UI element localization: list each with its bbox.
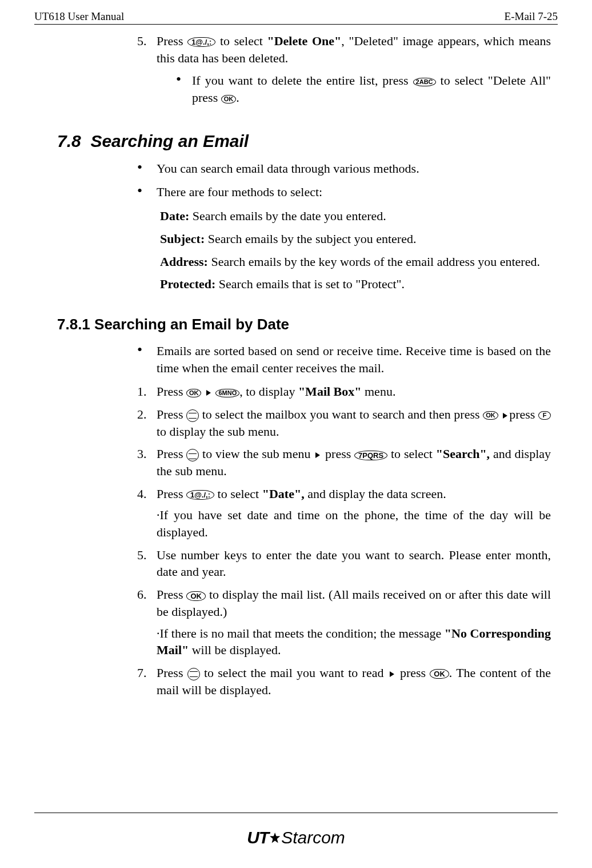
list-item: 5. Press 1@./,: to select "Delete One", … <box>137 33 551 106</box>
bullet-item: • There are four methods to select: <box>137 184 551 201</box>
nav-key-icon <box>186 449 199 461</box>
list-item: 2. Press to select the mailbox you want … <box>137 406 551 440</box>
bullet-item: • Emails are sorted based on send or rec… <box>137 343 551 376</box>
key-ok-icon: OK <box>186 591 206 601</box>
svg-marker-0 <box>270 833 280 843</box>
bullet-icon: • <box>137 184 157 201</box>
list-body: Press 1@./,: to select "Delete One", "De… <box>157 33 551 106</box>
method-date: Date: Search emails by the date you ente… <box>137 208 551 225</box>
section-heading-7-8: 7.8 Searching an Email <box>34 132 558 151</box>
bullet-icon: • <box>176 72 192 106</box>
list-item: 6. Press OK to display the mail list. (A… <box>137 586 551 659</box>
key-7-icon: 7PQRS <box>354 451 387 460</box>
key-ok-icon: OK <box>221 95 237 103</box>
list-item: 1. Press OK 6MNO, to display "Mail Box" … <box>137 383 551 400</box>
key-ok-icon: OK <box>483 411 498 420</box>
key-2-icon: 2ABC <box>413 78 436 86</box>
nav-key-icon <box>187 668 200 680</box>
method-address: Address: Search emails by the key words … <box>137 253 551 270</box>
key-6-icon: 6MNO <box>215 389 239 397</box>
page-header: UT618 User Manual E-Mail 7-25 <box>34 10 558 25</box>
nav-key-icon <box>186 409 199 422</box>
bullet-item: • You can search email data through vari… <box>137 160 551 177</box>
list-item: 7. Press to select the mail you want to … <box>137 664 551 698</box>
arrow-right-icon <box>503 413 507 419</box>
star-icon <box>269 832 281 845</box>
step-note: ·If there is no mail that meets the cond… <box>157 625 551 659</box>
key-1-icon: 1@./,: <box>186 490 214 500</box>
list-item: 3. Press to view the sub menu press 7PQR… <box>137 445 551 479</box>
list-num: 5. <box>137 33 157 106</box>
method-protected: Protected: Search emails that is set to … <box>137 276 551 293</box>
bullet-icon: • <box>137 343 157 376</box>
bullet-icon: • <box>137 160 157 177</box>
arrow-right-icon <box>390 671 394 677</box>
list-item: 5. Use number keys to enter the date you… <box>137 547 551 580</box>
method-subject: Subject: Search emails by the subject yo… <box>137 230 551 248</box>
list-item: 4. Press 1@./,: to select "Date", and di… <box>137 485 551 541</box>
arrow-right-icon <box>206 390 211 396</box>
subsection-heading-7-8-1: 7.8.1 Searching an Email by Date <box>34 316 558 333</box>
header-left: UT618 User Manual <box>34 10 124 23</box>
arrow-right-icon <box>315 452 320 458</box>
header-right: E-Mail 7-25 <box>505 10 558 23</box>
step-note: ·If you have set date and time on the ph… <box>157 507 551 540</box>
sub-bullet: • If you want to delete the entire list,… <box>157 72 551 106</box>
key-ok-icon: OK <box>430 669 449 679</box>
key-ok-icon: OK <box>186 389 202 397</box>
key-f-icon: F <box>538 411 551 420</box>
brand-logo: UTStarcom <box>247 828 345 847</box>
key-1-icon: 1@./,: <box>187 37 215 47</box>
footer-divider <box>34 813 558 813</box>
